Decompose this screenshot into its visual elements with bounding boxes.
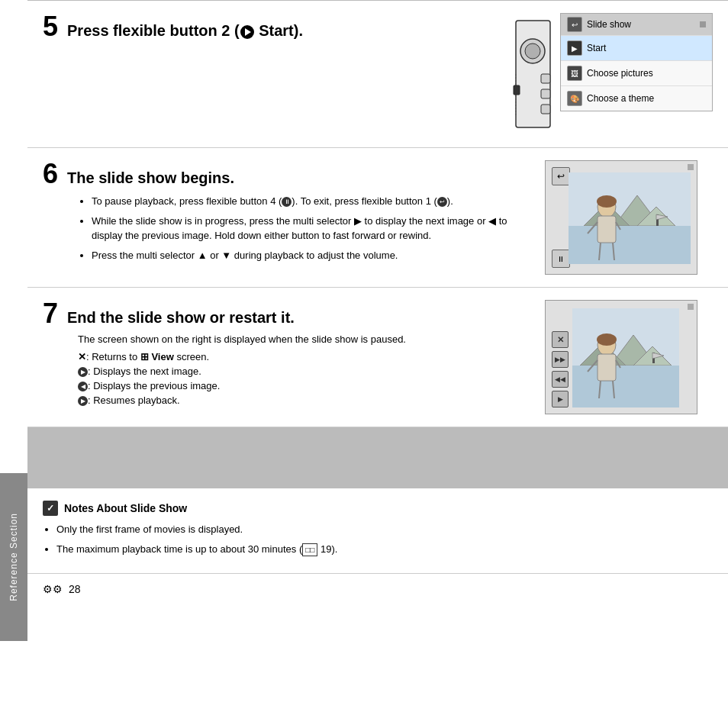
scene-svg-1 — [569, 172, 691, 264]
menu-panel: ↩ Slide show ▶ Start 🖼 Choose pictures — [560, 13, 713, 111]
page-number: 28 — [69, 583, 81, 595]
step-6-list: To pause playback, press flexible button… — [78, 194, 530, 263]
step-7-section: 7 End the slide show or restart it. The … — [27, 288, 728, 427]
play-icon — [240, 25, 254, 39]
resume-icon: ▶ — [78, 396, 88, 406]
footer: ⚙⚙ 28 — [27, 574, 728, 604]
step-7-icon-x: ✕: Returns to ⊞ View screen. — [78, 351, 530, 362]
step-5-left: 5 Press flexible button 2 ( Start). — [43, 13, 512, 47]
ps-ff-icon: ▶▶ — [552, 351, 569, 368]
notes-icon: ✓ — [43, 501, 58, 516]
book-ref: □□ — [302, 543, 317, 556]
step-5-number: 5 — [43, 13, 58, 40]
step-5-right: ↩ Slide show ▶ Start 🖼 Choose pictures — [512, 13, 713, 135]
step-7-icon-ff: ▶: Displays the next image. — [78, 366, 530, 377]
menu-title: Slide show — [587, 19, 631, 30]
step-7-icon-play: ▶: Resumes playback. — [78, 395, 530, 406]
back-icon: ↩ — [567, 17, 582, 32]
step-5-section: 5 Press flexible button 2 ( Start). — [27, 1, 728, 148]
notes-bullet-2: The maximum playback time is up to about… — [56, 542, 713, 557]
step-6-bullet-2: While the slide show is in progress, pre… — [92, 214, 530, 243]
svg-rect-17 — [598, 216, 616, 243]
svg-rect-15 — [569, 226, 691, 264]
camera-svg — [512, 13, 554, 135]
svg-rect-7 — [514, 85, 520, 95]
start-label: Start — [259, 22, 294, 39]
menu-corner — [700, 21, 706, 27]
step-6-section: 6 The slide show begins. To pause playba… — [27, 148, 728, 288]
svg-rect-32 — [598, 354, 616, 381]
notes-bullet-1: Only the first frame of movies is displa… — [56, 522, 713, 537]
x-sym: ✕ — [78, 351, 86, 362]
pause-screen-icons: ✕ ▶▶ ◀◀ ▶ — [552, 331, 569, 407]
notes-list: Only the first frame of movies is displa… — [43, 522, 713, 556]
ps-play-icon: ▶ — [552, 391, 569, 407]
svg-rect-3 — [541, 74, 550, 83]
page-icon: ⚙⚙ — [43, 583, 63, 595]
notes-title: ✓ Notes About Slide Show — [43, 501, 713, 516]
step-7-body: The screen shown on the right is display… — [78, 333, 530, 406]
preview-playing: ↩ ⏸ ▼ — [545, 160, 697, 275]
step-7-number: 7 — [43, 300, 58, 327]
step-7-title-text: End the slide show or restart it. — [67, 309, 295, 327]
preview-corner-1 — [688, 164, 694, 170]
step-6-title: 6 The slide show begins. — [43, 160, 530, 188]
back-icon-inline: ↩ — [437, 197, 447, 207]
pictures-icon: 🖼 — [567, 66, 582, 81]
view-label: ⊞ View — [140, 351, 174, 362]
svg-point-37 — [597, 333, 617, 346]
menu-start-label: Start — [587, 43, 606, 53]
menu-item-choose-pictures[interactable]: 🖼 Choose pictures — [561, 60, 712, 85]
step-6-bullet-1: To pause playback, press flexible button… — [92, 194, 530, 209]
step-7-title: 7 End the slide show or restart it. — [43, 300, 530, 327]
step-7-right: ✕ ▶▶ ◀◀ ▶ — [545, 300, 713, 414]
step-5-title: 5 Press flexible button 2 ( Start). — [43, 13, 512, 40]
step-6-bullet-3: Press the multi selector ▲ or ▼ during p… — [92, 248, 530, 263]
camera-diagram — [512, 13, 554, 135]
scene-svg-2 — [572, 308, 679, 407]
step-6-number: 6 — [43, 160, 58, 188]
ps-rew-icon: ◀◀ — [552, 371, 569, 388]
preview-corner-2 — [688, 304, 694, 310]
gray-band — [27, 427, 728, 488]
preview-pause-btn: ⏸ — [552, 250, 570, 268]
preview-back-btn: ↩ — [552, 167, 570, 185]
menu-item-start[interactable]: ▶ Start — [561, 35, 712, 60]
notes-title-text: Notes About Slide Show — [64, 502, 187, 514]
menu-item-choose-theme[interactable]: 🎨 Choose a theme — [561, 85, 712, 111]
step-5-title-text: Press flexible button 2 ( Start). — [67, 22, 303, 40]
step-7-intro: The screen shown on the right is display… — [78, 333, 530, 345]
step-7-icon-rew: ◀: Displays the previous image. — [78, 380, 530, 391]
menu-pictures-label: Choose pictures — [587, 68, 653, 79]
svg-point-2 — [525, 43, 540, 59]
menu-header: ↩ Slide show — [561, 14, 712, 35]
theme-icon: 🎨 — [567, 91, 582, 106]
ff-icon: ▶ — [78, 367, 88, 377]
menu-theme-label: Choose a theme — [587, 93, 654, 104]
ps-x-icon: ✕ — [552, 331, 569, 348]
step-6-title-text: The slide show begins. — [67, 169, 234, 187]
notes-section: ✓ Notes About Slide Show Only the first … — [27, 488, 728, 574]
preview-paused: ✕ ▶▶ ◀◀ ▶ — [545, 300, 697, 414]
svg-rect-5 — [541, 105, 550, 114]
svg-point-22 — [597, 195, 617, 208]
svg-rect-4 — [541, 89, 550, 98]
step-7-left: 7 End the slide show or restart it. The … — [43, 300, 545, 414]
sidebar-label: Reference Section — [8, 513, 19, 601]
rew-icon: ◀ — [78, 382, 88, 391]
pause-icon: ⏸ — [282, 197, 292, 207]
play-icon-menu: ▶ — [567, 40, 582, 56]
step-6-right: ↩ ⏸ ▼ — [545, 160, 713, 275]
step-6-body: To pause playback, press flexible button… — [78, 194, 530, 263]
step-6-left: 6 The slide show begins. To pause playba… — [43, 160, 545, 275]
reference-section-sidebar: Reference Section — [0, 473, 27, 641]
